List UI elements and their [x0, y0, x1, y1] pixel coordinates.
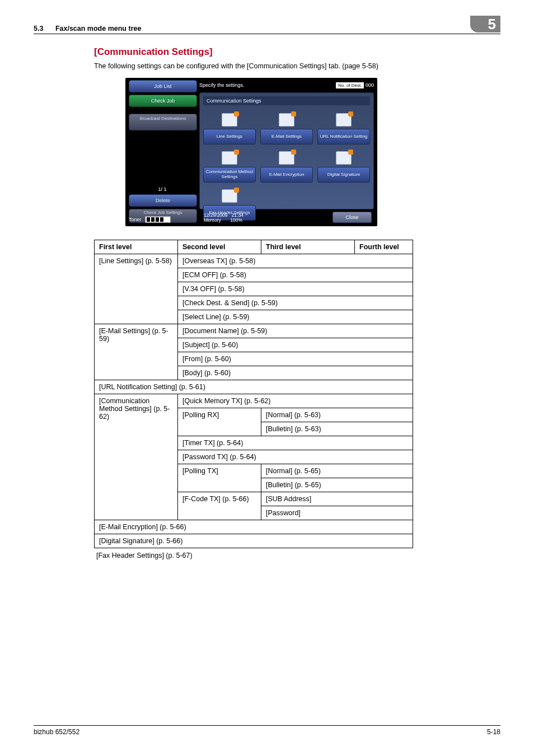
cell: [SUB Address]	[261, 492, 413, 506]
table-row: [E-Mail Encryption] (p. 5-66)	[95, 520, 413, 534]
cell: [F-Code TX] (p. 5-66)	[178, 492, 261, 520]
comm-method-icon	[222, 151, 237, 165]
tile-digital-signature[interactable]: Digital Signature	[317, 151, 370, 183]
cell: [Quick Memory TX] (p. 5-62)	[178, 394, 413, 408]
th-fourth: Fourth level	[355, 240, 413, 254]
dest-label: No. of Dest.	[336, 82, 364, 88]
table-row: [Digital Signature] (p. 5-66)	[95, 534, 413, 548]
panel-prompt: Specify the settings.	[199, 82, 245, 88]
table-row: [E-Mail Settings] (p. 5-59) [Document Na…	[95, 324, 413, 338]
cell: [ECM OFF] (p. 5-58)	[178, 268, 413, 282]
check-job-button[interactable]: Check Job	[129, 95, 197, 107]
footer-left: bizhub 652/552	[34, 728, 79, 736]
section-number: 5.3	[34, 25, 43, 32]
table-row: [Communication Method Settings] (p. 5-62…	[95, 394, 413, 408]
email-encryption-icon	[279, 151, 294, 165]
panel-side-column: Job List Check Job Broadcast Destination…	[129, 80, 196, 225]
cell: [Password TX] (p. 5-64)	[178, 450, 413, 464]
pager: 1/ 1	[129, 186, 196, 192]
tile-comm-method[interactable]: Communication Method Settings	[203, 151, 256, 183]
below-table-text: [Fax Header Settings] (p. 5-67)	[96, 552, 500, 559]
tile-url-notification[interactable]: URL Notification Setting	[317, 113, 370, 144]
tile-line-label: Line Settings	[203, 129, 256, 144]
tile-url-label: URL Notification Setting	[317, 129, 370, 144]
levels-table: First level Second level Third level Fou…	[94, 240, 413, 548]
panel-main-title: Communication Settings	[203, 96, 370, 105]
cell: [Timer TX] (p. 5-64)	[178, 436, 413, 450]
th-first: First level	[95, 240, 178, 254]
cell: [V.34 OFF] (p. 5-58)	[178, 282, 413, 296]
toner-bar-icon	[145, 216, 171, 223]
cell-comm-method: [Communication Method Settings] (p. 5-62…	[95, 394, 178, 520]
cell: [Bulletin] (p. 5-63)	[261, 422, 413, 436]
cell: [Body] (p. 5-60)	[178, 366, 413, 380]
tile-line-settings[interactable]: Line Settings	[203, 113, 256, 144]
toner-label: Toner	[129, 217, 142, 222]
table-row: [URL Notification Setting] (p. 5-61)	[95, 380, 413, 394]
digital-signature-icon	[336, 151, 352, 165]
tile-encrypt-label: E-Mail Encryption	[260, 167, 313, 183]
cell: [Overseas TX] (p. 5-58)	[178, 254, 413, 268]
panel-main: Communication Settings Line Settings E-M…	[199, 92, 374, 209]
footer-right: 5-18	[487, 728, 500, 736]
device-panel-screenshot: Specify the settings. No. of Dest. 000 J…	[125, 78, 377, 226]
cell: [From] (p. 5-60)	[178, 352, 413, 366]
panel-datetime: 12/29/2009 21:34 Memory 100%	[204, 213, 243, 223]
table-row: [Line Settings] (p. 5-58) [Overseas TX] …	[95, 254, 413, 268]
cell-email-settings: [E-Mail Settings] (p. 5-59)	[95, 324, 178, 380]
cell: [Subject] (p. 5-60)	[178, 338, 413, 352]
email-settings-icon	[279, 113, 294, 127]
cell: [Password]	[261, 506, 413, 520]
chapter-badge: 5	[470, 16, 500, 32]
delete-button[interactable]: Delete	[129, 194, 197, 207]
cell: [Document Name] (p. 5-59)	[178, 324, 413, 338]
job-list-button[interactable]: Job List	[129, 80, 197, 92]
cell: [Polling RX]	[178, 408, 261, 436]
cell-email-encryption: [E-Mail Encryption] (p. 5-66)	[95, 520, 413, 534]
cell: [Check Dest. & Send] (p. 5-59)	[178, 296, 413, 310]
tile-method-label: Communication Method Settings	[203, 167, 256, 183]
tile-signature-label: Digital Signature	[317, 167, 370, 183]
cell: [Polling TX]	[178, 464, 261, 492]
cell: [Bulletin] (p. 5-65)	[261, 478, 413, 492]
cell: [Normal] (p. 5-65)	[261, 464, 413, 478]
line-settings-icon	[222, 113, 237, 127]
th-second: Second level	[178, 240, 261, 254]
cell-line-settings: [Line Settings] (p. 5-58)	[95, 254, 178, 324]
page-title: [Communication Settings]	[94, 46, 500, 58]
page-header: 5.3 Fax/scan mode menu tree 5	[34, 0, 500, 34]
close-button[interactable]: Close	[332, 212, 372, 223]
dest-count: 000	[366, 82, 374, 88]
tile-email-label: E-Mail Settings	[260, 129, 313, 144]
broadcast-dest-button[interactable]: Broadcast Destinations	[129, 114, 197, 130]
page-footer: bizhub 652/552 5-18	[34, 725, 500, 736]
th-third: Third level	[261, 240, 355, 254]
intro-text: The following settings can be configured…	[94, 62, 500, 70]
cell-url-notification: [URL Notification Setting] (p. 5-61)	[95, 380, 413, 394]
cell-digital-signature: [Digital Signature] (p. 5-66)	[95, 534, 413, 548]
toner-row: Toner	[129, 216, 171, 223]
tile-email-encryption[interactable]: E-Mail Encryption	[260, 151, 313, 183]
cell: [Select Line] (p. 5-59)	[178, 310, 413, 324]
tile-email-settings[interactable]: E-Mail Settings	[260, 113, 313, 144]
fax-header-icon	[222, 189, 237, 203]
table-header-row: First level Second level Third level Fou…	[95, 240, 413, 254]
cell: [Normal] (p. 5-63)	[261, 408, 413, 422]
section-title: Fax/scan mode menu tree	[55, 25, 142, 32]
url-notification-icon	[336, 113, 352, 127]
